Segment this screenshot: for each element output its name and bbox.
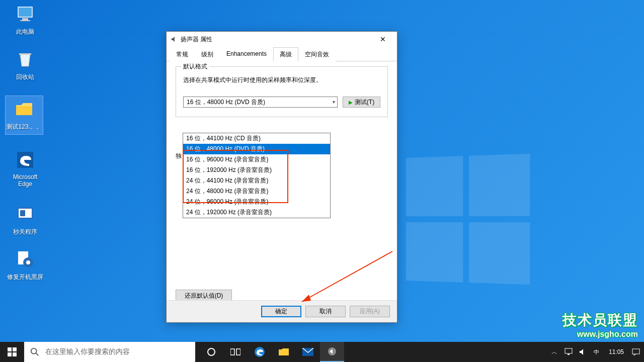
svg-rect-24	[565, 348, 572, 353]
tray-volume-icon[interactable]	[578, 347, 588, 357]
svg-rect-1	[22, 18, 28, 20]
desktop-label: 此电脑	[6, 28, 44, 36]
format-option[interactable]: 16 位，96000 Hz (录音室音质)	[183, 154, 330, 165]
svg-rect-25	[568, 354, 570, 355]
titlebar[interactable]: 扬声器 属性 ✕	[167, 32, 397, 47]
test-button[interactable]: ▶ 测试(T)	[343, 97, 380, 108]
format-option[interactable]: 24 位，44100 Hz (录音室音质)	[183, 175, 330, 186]
combo-value: 16 位，48000 Hz (DVD 音质)	[187, 98, 265, 107]
desktop-icon-repair[interactable]: 修复开机黑屏	[6, 249, 44, 282]
start-button[interactable]	[0, 342, 24, 362]
svg-rect-6	[20, 210, 25, 216]
watermark-sub: www.jsgho.com	[562, 330, 638, 339]
tab-content: 默认格式 选择在共享模式中运行时使用的采样频率和位深度。 16 位，48000 …	[167, 61, 397, 308]
search-icon	[30, 347, 39, 356]
format-option[interactable]: 16 位，48000 Hz (DVD 音质)	[183, 144, 330, 154]
svg-point-16	[31, 348, 37, 354]
svg-rect-3	[19, 53, 31, 55]
svg-point-9	[26, 260, 30, 264]
tab-levels[interactable]: 级别	[195, 47, 220, 61]
format-option[interactable]: 16 位，192000 Hz (录音室音质)	[183, 165, 330, 175]
desktop-label: 测试123.。。	[6, 123, 43, 131]
svg-line-17	[36, 353, 39, 356]
format-description: 选择在共享模式中运行时使用的采样频率和位深度。	[183, 76, 380, 84]
system-tray: ︿ 中 11:05	[549, 342, 644, 362]
desktop-icon-edge[interactable]: Microsoft Edge	[6, 150, 44, 188]
svg-point-18	[208, 348, 215, 355]
tray-ime-icon[interactable]: 中	[592, 347, 602, 357]
svg-rect-15	[13, 352, 17, 356]
exclusive-mode-stub: 独	[176, 152, 182, 160]
tab-advanced[interactable]: 高级	[273, 47, 298, 61]
search-placeholder: 在这里输入你要搜索的内容	[45, 347, 130, 356]
recycle-bin-icon	[15, 49, 35, 69]
cancel-button[interactable]: 取消	[305, 306, 346, 317]
tab-strip: 常规 级别 Enhancements 高级 空间音效	[167, 47, 397, 61]
dialog-title: 扬声器 属性	[181, 35, 212, 44]
tray-clock[interactable]: 11:05	[606, 348, 627, 355]
desktop-label: 秒关程序	[6, 228, 44, 236]
edge-taskbar-icon[interactable]	[248, 342, 272, 362]
test-label: 测试(T)	[355, 98, 374, 107]
svg-rect-13	[13, 347, 17, 351]
chevron-down-icon: ▾	[333, 99, 335, 105]
tray-chevron-icon[interactable]: ︿	[549, 347, 559, 357]
folder-icon	[14, 99, 34, 119]
tab-spatial[interactable]: 空间音效	[298, 47, 336, 61]
tab-enhancements[interactable]: Enhancements	[220, 47, 273, 61]
taskbar-pinned	[199, 342, 344, 362]
format-dropdown-list: 16 位，44100 Hz (CD 音质) 16 位，48000 Hz (DVD…	[183, 133, 331, 218]
watermark: 技术员联盟 www.jsgho.com	[562, 311, 638, 339]
task-view-icon[interactable]	[223, 342, 248, 362]
svg-rect-20	[236, 349, 240, 355]
edge-icon	[15, 150, 35, 170]
svg-rect-14	[8, 352, 12, 356]
desktop-icon-test-folder[interactable]: 测试123.。。	[5, 96, 43, 135]
svg-rect-12	[8, 347, 12, 351]
play-icon: ▶	[349, 100, 353, 105]
format-option[interactable]: 24 位，192000 Hz (录音室音质)	[183, 207, 330, 218]
speaker-icon	[171, 36, 178, 43]
desktop-icon-this-pc[interactable]: 此电脑	[6, 4, 44, 36]
svg-rect-19	[230, 349, 234, 355]
speaker-properties-dialog: 扬声器 属性 ✕ 常规 级别 Enhancements 高级 空间音效 默认格式…	[166, 31, 397, 323]
apply-button[interactable]: 应用(A)	[350, 306, 390, 317]
pc-icon	[15, 4, 35, 24]
windows-icon	[8, 347, 17, 356]
desktop-icon-recycle-bin[interactable]: 回收站	[6, 49, 44, 81]
sound-settings-taskbar-icon[interactable]	[320, 342, 344, 362]
ok-button[interactable]: 确定	[261, 306, 301, 317]
mail-taskbar-icon[interactable]	[296, 342, 320, 362]
svg-rect-26	[632, 349, 639, 354]
tab-general[interactable]: 常规	[170, 47, 195, 61]
gear-icon	[15, 249, 35, 269]
format-option[interactable]: 24 位，48000 Hz (录音室音质)	[183, 186, 330, 197]
desktop-label: Microsoft Edge	[6, 173, 44, 188]
search-box[interactable]: 在这里输入你要搜索的内容	[24, 342, 195, 362]
cortana-icon[interactable]	[199, 342, 223, 362]
group-title: 默认格式	[181, 62, 209, 71]
explorer-taskbar-icon[interactable]	[272, 342, 296, 362]
format-combobox[interactable]: 16 位，48000 Hz (DVD 音质) ▾	[183, 97, 338, 108]
action-center-icon[interactable]	[631, 347, 641, 357]
watermark-main: 技术员联盟	[562, 311, 638, 330]
svg-rect-2	[20, 20, 30, 21]
format-option[interactable]: 16 位，44100 Hz (CD 音质)	[183, 133, 330, 144]
dialog-button-bar: 确定 取消 应用(A)	[167, 300, 397, 322]
desktop-label: 回收站	[6, 73, 44, 81]
default-format-group: 默认格式 选择在共享模式中运行时使用的采样频率和位深度。 16 位，48000 …	[176, 66, 388, 117]
tray-network-icon[interactable]	[564, 347, 574, 357]
app-icon	[15, 204, 35, 224]
format-option[interactable]: 24 位，96000 Hz (录音室音质)	[183, 197, 330, 207]
desktop-icon-shutdown[interactable]: 秒关程序	[6, 204, 44, 236]
close-button[interactable]: ✕	[373, 32, 393, 46]
svg-rect-0	[18, 7, 32, 17]
desktop-label: 修复开机黑屏	[6, 273, 44, 282]
taskbar: 在这里输入你要搜索的内容 ︿ 中 11:05	[0, 342, 644, 362]
